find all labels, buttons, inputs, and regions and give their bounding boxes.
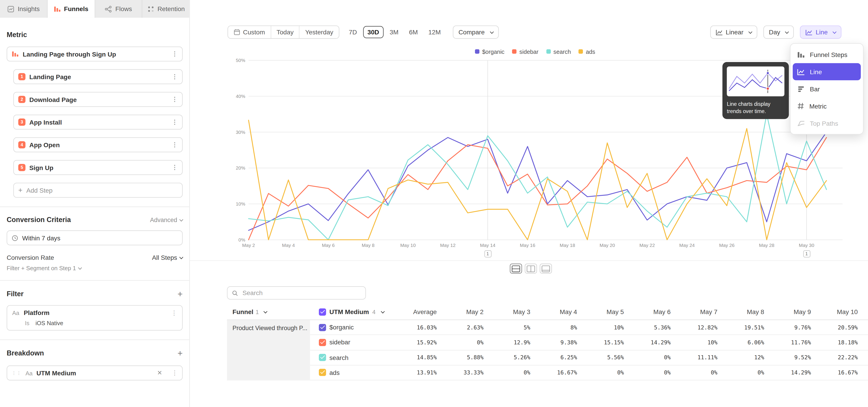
- funnel-step-landing-page[interactable]: 1Landing Page⋮: [13, 69, 183, 84]
- value-cell: 14.29%: [625, 339, 672, 345]
- compare-button[interactable]: Compare: [453, 26, 499, 39]
- table-row-ads[interactable]: ads13.91%33.33%0%16.67%0%0%0%0%14.29%16.…: [310, 366, 868, 380]
- table-row-search[interactable]: search14.85%5.88%5.26%6.25%5.56%0%11.11%…: [310, 350, 868, 366]
- funnel-step-download-page[interactable]: 2Download Page⋮: [13, 92, 183, 107]
- x-tick-label: May 8: [362, 243, 375, 248]
- layout-toggle-group: [510, 264, 552, 274]
- tab-flows[interactable]: Flows: [95, 0, 143, 18]
- table-row-sidebar[interactable]: sidebar15.92%0%12.9%9.38%15.15%14.29%10%…: [310, 335, 868, 350]
- x-tick-label: May 6: [322, 243, 335, 248]
- left-panel: InsightsFunnelsFlowsRetention Metric Lan…: [0, 0, 190, 407]
- close-icon[interactable]: ✕: [157, 369, 162, 376]
- breakdown-column-header[interactable]: UTM Medium4: [310, 308, 388, 315]
- kebab-menu-icon[interactable]: ⋮: [172, 370, 178, 376]
- segment-label: sidebar: [329, 339, 350, 346]
- quick-range-group: 7D30D3M6M12M: [344, 26, 445, 38]
- chevron-down-icon: [179, 217, 183, 221]
- funnel-column-header[interactable]: Funnel1: [227, 308, 310, 315]
- tab-funnels[interactable]: Funnels: [48, 0, 95, 18]
- menu-item-metric[interactable]: Metric: [793, 97, 861, 115]
- tab-retention[interactable]: Retention: [143, 0, 189, 18]
- funnel-metric-card[interactable]: Landing Page through Sign Up ⋮: [6, 46, 183, 62]
- annotation-badge[interactable]: 1: [484, 250, 491, 257]
- kebab-menu-icon[interactable]: ⋮: [172, 96, 178, 102]
- funnel-group-cell[interactable]: Product Viewed through P...: [227, 320, 310, 380]
- x-tick-label: May 28: [759, 243, 774, 248]
- funnel-steps-list: 1Landing Page⋮2Download Page⋮3App Instal…: [6, 69, 183, 175]
- chart-type-menu: Funnel StepsLineBarMetricTop Paths: [790, 43, 864, 134]
- add-breakdown-button[interactable]: +: [178, 349, 183, 358]
- value-cell: 9.52%: [765, 354, 812, 361]
- value-cell: 14.29%: [765, 370, 812, 376]
- layout-table-only-button[interactable]: [540, 264, 552, 274]
- funnel-step-sign-up[interactable]: 5Sign Up⋮: [13, 160, 183, 175]
- chevron-down-icon: [381, 309, 385, 313]
- segment-checkbox[interactable]: [319, 354, 326, 361]
- tab-insights[interactable]: Insights: [0, 0, 48, 18]
- kebab-menu-icon[interactable]: ⋮: [172, 164, 178, 170]
- range-7d-button[interactable]: 7D: [344, 26, 361, 38]
- divider: [0, 339, 189, 340]
- kebab-menu-icon[interactable]: ⋮: [171, 310, 177, 316]
- kebab-menu-icon[interactable]: ⋮: [172, 51, 178, 57]
- granularity-button[interactable]: Day: [763, 26, 794, 39]
- range-6m-button[interactable]: 6M: [405, 26, 422, 38]
- kebab-menu-icon[interactable]: ⋮: [172, 119, 178, 125]
- value-cell: 22.22%: [812, 354, 859, 361]
- range-3m-button[interactable]: 3M: [385, 26, 403, 38]
- step-number-badge: 5: [18, 164, 26, 171]
- column-header-may-4: May 4: [531, 308, 578, 315]
- x-tick-label: May 24: [679, 243, 694, 248]
- menu-item-funnel-steps[interactable]: Funnel Steps: [793, 46, 861, 63]
- today-button[interactable]: Today: [271, 26, 300, 38]
- select-all-checkbox[interactable]: [319, 308, 326, 315]
- layout-split-vertical-button[interactable]: [525, 264, 537, 274]
- all-steps-dropdown[interactable]: All Steps: [152, 254, 183, 261]
- filter-segment-dropdown[interactable]: Filter + Segment on Step 1: [6, 265, 183, 271]
- value-cell: 5.36%: [625, 324, 672, 330]
- custom-date-button[interactable]: Custom: [228, 26, 271, 38]
- x-tick-label: May 12: [440, 243, 456, 248]
- range-30d-button[interactable]: 30D: [363, 26, 383, 38]
- breakdown-card[interactable]: ⋮⋮ Aa UTM Medium ✕ ⋮: [6, 366, 183, 380]
- yesterday-button[interactable]: Yesterday: [300, 26, 339, 38]
- scale-button[interactable]: Linear: [710, 26, 757, 39]
- x-tick-label: May 18: [560, 243, 575, 248]
- value-cell: 0%: [719, 370, 765, 376]
- add-step-button[interactable]: + Add Step: [13, 183, 183, 198]
- search-input[interactable]: [241, 289, 361, 296]
- funnel-count: 1: [256, 308, 259, 315]
- range-12m-button[interactable]: 12M: [424, 26, 445, 38]
- funnel-icon: [11, 51, 19, 58]
- funnel-step-app-install[interactable]: 3App Install⋮: [13, 115, 183, 130]
- column-header-may-3: May 3: [485, 308, 531, 315]
- drag-handle-icon[interactable]: ⋮⋮: [11, 371, 22, 375]
- segment-checkbox[interactable]: [319, 339, 326, 346]
- annotation-badge[interactable]: 1: [803, 250, 810, 257]
- step-number-badge: 4: [18, 141, 26, 148]
- kebab-menu-icon[interactable]: ⋮: [172, 74, 178, 80]
- layout-split-horizontal-button[interactable]: [510, 264, 522, 274]
- chevron-down-icon: [264, 309, 267, 313]
- menu-item-label: Metric: [809, 103, 827, 109]
- step-number-badge: 2: [18, 96, 26, 103]
- y-tick-label: 40%: [236, 94, 245, 99]
- advanced-dropdown[interactable]: Advanced: [150, 217, 183, 223]
- y-tick-label: 30%: [236, 130, 245, 135]
- menu-item-bar[interactable]: Bar: [793, 80, 861, 97]
- breakdown-header-label: UTM Medium: [329, 308, 369, 315]
- segment-checkbox[interactable]: [319, 369, 326, 376]
- kebab-menu-icon[interactable]: ⋮: [172, 142, 178, 148]
- value-cell: 0%: [625, 370, 672, 376]
- tab-label: Insights: [18, 5, 39, 12]
- chart-type-button[interactable]: Line: [800, 26, 842, 39]
- filter-card[interactable]: Aa Platform ⋮ Is iOS Native: [6, 305, 183, 331]
- search-icon: [232, 290, 238, 296]
- segment-checkbox[interactable]: [319, 324, 326, 331]
- conversion-window-button[interactable]: Within 7 days: [6, 230, 183, 245]
- table-row-organic[interactable]: $organic16.03%2.63%5%8%10%5.36%12.82%19.…: [310, 320, 868, 335]
- filter-section-label: Filter: [6, 290, 24, 298]
- funnel-step-app-open[interactable]: 4App Open⋮: [13, 137, 183, 152]
- add-filter-button[interactable]: +: [178, 290, 183, 299]
- menu-item-line[interactable]: Line: [793, 63, 861, 80]
